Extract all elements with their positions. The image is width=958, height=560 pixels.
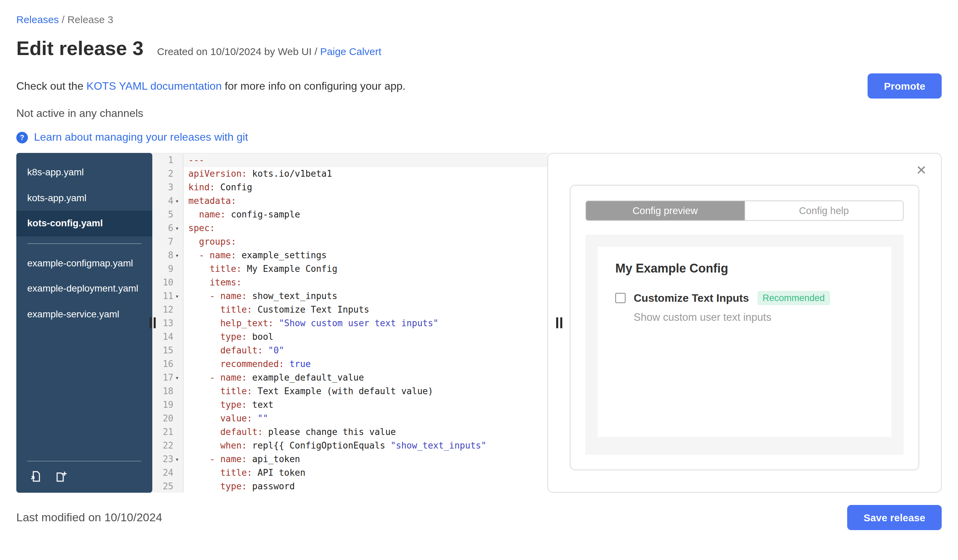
code-line-text: title: Customize Text Inputs	[184, 303, 369, 317]
config-item-checkbox[interactable]	[615, 293, 625, 303]
docs-info-text: Check out the KOTS YAML documentation fo…	[16, 80, 406, 92]
fold-toggle-icon[interactable]: ▾	[173, 452, 181, 466]
code-line-text: help_text: "Show custom user text inputs…	[184, 317, 439, 330]
line-number-4: 4▾	[152, 195, 184, 208]
code-line-1[interactable]: 1---	[152, 153, 547, 167]
promote-button[interactable]: Promote	[868, 73, 942, 98]
code-line-text: name: config-sample	[184, 208, 300, 221]
recommended-badge: Recommended	[757, 291, 830, 305]
docs-info-suffix: for more info on configuring your app.	[222, 80, 406, 92]
line-number-17: 17▾	[152, 371, 184, 384]
file-item-example-configmap.yaml[interactable]: example-configmap.yaml	[16, 251, 152, 276]
code-line-6[interactable]: 6▾spec:	[152, 221, 547, 235]
code-line-23[interactable]: 23▾ - name: api_token	[152, 452, 547, 466]
line-number-12: 12	[152, 303, 184, 317]
code-line-18[interactable]: 18 title: Text Example (with default val…	[152, 384, 547, 398]
file-item-example-deployment.yaml[interactable]: example-deployment.yaml	[16, 276, 152, 302]
config-item-row: Customize Text Inputs Recommended	[615, 291, 874, 305]
fold-toggle-icon[interactable]: ▾	[173, 249, 181, 262]
breadcrumb-separator: /	[59, 14, 67, 25]
line-number-5: 5	[152, 208, 184, 221]
line-number-21: 21	[152, 426, 184, 439]
code-line-text: - name: example_settings	[184, 249, 327, 262]
fold-toggle-icon[interactable]: ▾	[173, 195, 181, 208]
line-number-8: 8▾	[152, 249, 184, 262]
file-list-divider	[27, 243, 141, 244]
yaml-code-editor[interactable]: 1---2apiVersion: kots.io/v1beta13kind: C…	[152, 153, 547, 493]
code-line-24[interactable]: 24 title: API token	[152, 466, 547, 480]
save-release-button[interactable]: Save release	[847, 505, 942, 530]
tab-config-help[interactable]: Config help	[744, 201, 903, 220]
code-line-text: type: bool	[184, 330, 274, 344]
fold-toggle-icon[interactable]: ▾	[173, 371, 181, 384]
page-title: Edit release 3	[16, 37, 143, 60]
close-icon[interactable]: ✕	[916, 163, 927, 178]
code-line-13[interactable]: 13 help_text: "Show custom user text inp…	[152, 317, 547, 330]
code-line-text: - name: api_token	[184, 452, 300, 466]
pane-resize-handle-right[interactable]	[556, 317, 562, 328]
breadcrumb: Releases / Release 3	[16, 14, 942, 25]
file-item-k8s-app.yaml[interactable]: k8s-app.yaml	[16, 160, 152, 185]
config-group-title: My Example Config	[615, 262, 874, 276]
tab-config-preview[interactable]: Config preview	[586, 201, 744, 220]
line-number-23: 23▾	[152, 452, 184, 466]
code-line-text: recommended: true	[184, 358, 311, 371]
edit-release-page: Releases / Release 3 Edit release 3 Crea…	[0, 0, 958, 560]
code-line-7[interactable]: 7 groups:	[152, 235, 547, 249]
code-line-text: - name: example_default_value	[184, 371, 364, 384]
code-line-14[interactable]: 14 type: bool	[152, 330, 547, 344]
kots-yaml-docs-link[interactable]: KOTS YAML documentation	[86, 80, 222, 92]
new-file-icon[interactable]	[54, 470, 68, 483]
code-line-4[interactable]: 4▾metadata:	[152, 195, 547, 208]
code-line-text: spec:	[184, 221, 215, 235]
file-item-kots-app.yaml[interactable]: kots-app.yaml	[16, 185, 152, 211]
code-line-21[interactable]: 21 default: please change this value	[152, 426, 547, 439]
code-line-25[interactable]: 25 type: password	[152, 480, 547, 493]
code-line-text: default: please change this value	[184, 426, 396, 439]
line-number-3: 3	[152, 181, 184, 195]
line-number-1: 1	[152, 153, 184, 167]
config-group-card: My Example Config Customize Text Inputs …	[598, 247, 891, 437]
line-number-24: 24	[152, 466, 184, 480]
git-releases-help-link[interactable]: Learn about managing your releases with …	[34, 131, 248, 143]
line-number-14: 14	[152, 330, 184, 344]
code-line-text: items:	[184, 276, 242, 289]
code-line-text: kind: Config	[184, 181, 252, 195]
code-line-11[interactable]: 11▾ - name: show_text_inputs	[152, 289, 547, 303]
code-line-text: default: "0"	[184, 344, 284, 358]
code-line-16[interactable]: 16 recommended: true	[152, 358, 547, 371]
fold-toggle-icon[interactable]: ▾	[173, 289, 181, 303]
breadcrumb-releases-link[interactable]: Releases	[16, 14, 59, 25]
code-line-15[interactable]: 15 default: "0"	[152, 344, 547, 358]
created-text: Created on 10/10/2024 by Web UI /	[157, 46, 320, 57]
code-line-10[interactable]: 10 items:	[152, 276, 547, 289]
author-link[interactable]: Paige Calvert	[320, 46, 381, 57]
line-number-22: 22	[152, 439, 184, 452]
code-line-22[interactable]: 22 when: repl{{ ConfigOptionEquals "show…	[152, 439, 547, 452]
code-line-2[interactable]: 2apiVersion: kots.io/v1beta1	[152, 167, 547, 181]
code-line-9[interactable]: 9 title: My Example Config	[152, 262, 547, 276]
preview-card: Config previewConfig help My Example Con…	[570, 185, 919, 470]
code-line-19[interactable]: 19 type: text	[152, 398, 547, 412]
code-line-17[interactable]: 17▾ - name: example_default_value	[152, 371, 547, 384]
line-number-6: 6▾	[152, 221, 184, 235]
line-number-15: 15	[152, 344, 184, 358]
import-file-icon[interactable]	[29, 470, 42, 483]
file-item-example-service.yaml[interactable]: example-service.yaml	[16, 302, 152, 327]
file-item-kots-config.yaml[interactable]: kots-config.yaml	[16, 211, 152, 236]
pane-resize-handle-left[interactable]	[149, 317, 156, 328]
line-number-19: 19	[152, 398, 184, 412]
config-preview-panel: ✕ Config previewConfig help My Example C…	[547, 153, 942, 493]
code-line-3[interactable]: 3kind: Config	[152, 181, 547, 195]
code-line-text: when: repl{{ ConfigOptionEquals "show_te…	[184, 439, 487, 452]
fold-toggle-icon[interactable]: ▾	[173, 221, 181, 235]
release-editor-area: k8s-app.yamlkots-app.yamlkots-config.yam…	[16, 153, 942, 493]
code-line-12[interactable]: 12 title: Customize Text Inputs	[152, 303, 547, 317]
created-info: Created on 10/10/2024 by Web UI / Paige …	[157, 46, 381, 57]
line-number-2: 2	[152, 167, 184, 181]
code-line-5[interactable]: 5 name: config-sample	[152, 208, 547, 221]
code-line-20[interactable]: 20 value: ""	[152, 412, 547, 426]
code-lines: 1---2apiVersion: kots.io/v1beta13kind: C…	[152, 153, 547, 493]
code-line-text: type: password	[184, 480, 295, 493]
code-line-8[interactable]: 8▾ - name: example_settings	[152, 249, 547, 262]
